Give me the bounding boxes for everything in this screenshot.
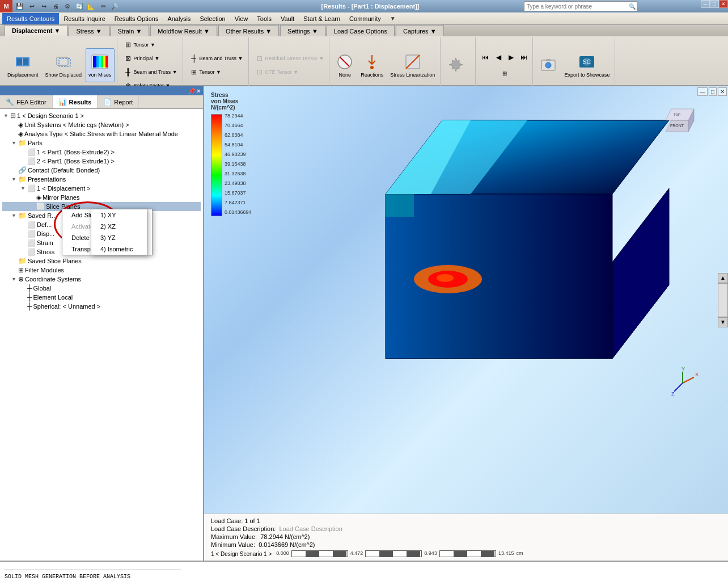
tree-item-coord-systems[interactable]: ▼ ⊕ Coordinate Systems <box>2 275 201 284</box>
menu-analysis[interactable]: Analysis <box>163 13 195 24</box>
btn-none[interactable]: None <box>333 48 357 82</box>
restore-viewport-btn[interactable]: □ <box>709 87 717 96</box>
btn-last-case[interactable]: ⏭ <box>518 50 530 64</box>
minimize-btn[interactable]: ─ <box>701 0 710 8</box>
tab-settings[interactable]: Settings ▼ <box>280 25 325 36</box>
expand-parts-icon[interactable]: ▼ <box>11 140 18 146</box>
tree-item-contact[interactable]: 🔗 Contact (Default: Bonded) <box>2 166 201 175</box>
expand-coord-icon[interactable]: ▼ <box>11 276 18 282</box>
btn-tensor[interactable]: ⊞ Tensor ▼ <box>121 39 180 51</box>
print-btn[interactable]: 🖨 <box>50 1 61 11</box>
btn-von-mises[interactable]: von Mises <box>86 48 115 82</box>
tab-moldflow[interactable]: Moldflow Result ▼ <box>150 25 217 36</box>
btn-tensor-strain[interactable]: ⊞ Tensor ▼ <box>187 66 246 78</box>
scroll-down-btn[interactable]: ▼ <box>718 317 728 327</box>
undo-btn[interactable]: ↩ <box>27 1 37 11</box>
tree-item-parts[interactable]: ▼ 📁 Parts <box>2 138 201 148</box>
tab-report[interactable]: 📄 Report <box>98 95 139 108</box>
menu-results-inquire[interactable]: Results Inquire <box>59 13 109 24</box>
btn-beam-truss-stress[interactable]: ╫ Beam and Truss ▼ <box>121 66 180 78</box>
sub-xy[interactable]: 1) XY <box>91 209 147 221</box>
sub-isometric[interactable]: 4) Isometric <box>91 243 147 255</box>
btn-deform-scale[interactable]: ⊞ <box>496 66 513 80</box>
panel-tabs: 🔧 FEA Editor 📊 Results 📄 Report <box>0 95 203 109</box>
panel-pin-btn[interactable]: 📌 <box>188 88 195 94</box>
minimize-viewport-btn[interactable]: — <box>697 87 708 96</box>
tree-item-part1-boss2[interactable]: ⬜ 1 < Part1 (Boss-Extrude2) > <box>2 148 201 157</box>
redo-btn[interactable]: ↪ <box>39 1 49 11</box>
btn-reactions[interactable]: Reactions <box>358 48 386 82</box>
tree-item-mirror-planes[interactable]: ◈ Mirror Planes <box>2 193 201 202</box>
tab-results[interactable]: 📊 Results <box>53 95 98 108</box>
tree-item-part1-boss1[interactable]: ⬜ 2 < Part1 (Boss-Extrude1) > <box>2 157 201 166</box>
tree-item-spherical[interactable]: ┼ Spherical: < Unnamed > <box>2 302 201 311</box>
btn-residual-stress[interactable]: ⊡ Residual Stress Tensor ▼ <box>252 52 327 65</box>
btn-first-case[interactable]: ⏮ <box>479 50 492 64</box>
menu-tools[interactable]: Tools <box>252 13 276 24</box>
btn-capture[interactable] <box>536 48 560 82</box>
none-icon <box>336 53 354 71</box>
scale-val-3: 54.8104 <box>225 142 252 148</box>
tree-item-analysis-type[interactable]: ◈ Analysis Type < Static Stress with Lin… <box>2 129 201 138</box>
btn-prev-case[interactable]: ◀ <box>493 50 504 64</box>
menu-community[interactable]: Community <box>345 13 386 24</box>
tab-strain[interactable]: Strain ▼ <box>111 25 150 36</box>
nav-cube[interactable]: FRONT TOP <box>654 98 700 143</box>
btn-next-case[interactable]: ▶ <box>505 50 517 64</box>
tree-item-saved-slice-planes[interactable]: 📁 Saved Slice Planes <box>2 256 201 266</box>
btn-cte-tensor[interactable]: ⊡ CTE Tensor ▼ <box>252 66 327 78</box>
expand-disp-icon[interactable]: ▼ <box>20 186 27 191</box>
menu-view[interactable]: View <box>230 13 253 24</box>
maximize-btn[interactable]: □ <box>710 0 719 8</box>
menu-start-learn[interactable]: Start & Learn <box>299 13 345 24</box>
tab-captures[interactable]: Captures ▼ <box>396 25 444 36</box>
tree-item-presentations[interactable]: ▼ 📁 Presentations <box>2 175 201 184</box>
menu-selection[interactable]: Selection <box>195 13 230 24</box>
search-box[interactable]: 🔍 <box>524 1 637 11</box>
btn-displacement[interactable]: Displacement <box>5 48 41 82</box>
sub-xz[interactable]: 2) XZ <box>91 221 147 232</box>
menu-results-contours[interactable]: Results Contours <box>2 13 59 24</box>
menu-vault[interactable]: Vault <box>276 13 299 24</box>
btn-stress-linearization[interactable]: Stress Linearization <box>387 48 438 82</box>
saved-slice-planes-icon: 📁 <box>18 257 27 265</box>
viewport[interactable]: — □ ✕ Stress von Mises N/(cm^2) 78.2944 … <box>204 86 728 513</box>
tab-fea-editor[interactable]: 🔧 FEA Editor <box>0 95 53 108</box>
captures-group-content: SC Export to Showcase <box>536 39 612 92</box>
sub-yz[interactable]: 3) YZ <box>91 232 147 243</box>
rebuild-btn[interactable]: 🔄 <box>74 1 84 11</box>
scroll-up-btn[interactable]: ▲ <box>718 273 728 283</box>
close-viewport-btn[interactable]: ✕ <box>718 87 727 96</box>
btn-settings[interactable] <box>444 48 468 82</box>
measure-btn[interactable]: 📐 <box>86 1 96 11</box>
btn-show-displaced[interactable]: Show Displaced <box>43 48 85 82</box>
reactions-icon <box>363 53 381 71</box>
tree-item-displacement1[interactable]: ▼ ⬜ 1 < Displacement > <box>2 184 201 193</box>
options-btn[interactable]: ⚙ <box>62 1 73 11</box>
tab-stress[interactable]: Stress ▼ <box>69 25 109 36</box>
viewport-scroll-btns: ▲ ▼ <box>718 273 728 327</box>
search-submit[interactable]: 🔍 <box>628 3 637 10</box>
tree-item-design-scenario[interactable]: ▼ ⊟ 1 < Design Scenario 1 > <box>2 111 201 120</box>
tree-item-element-local[interactable]: ┼ Element Local <box>2 293 201 302</box>
panel-close-btn[interactable]: ✕ <box>196 88 201 94</box>
tree-item-filter-modules[interactable]: ⊞ Filter Modules <box>2 266 201 275</box>
search-input[interactable] <box>524 3 628 10</box>
btn-beam-truss-strain[interactable]: ╫ Beam and Truss ▼ <box>187 52 246 65</box>
expand-presentations-icon[interactable]: ▼ <box>11 176 18 182</box>
tab-load-case[interactable]: Load Case Options <box>327 25 395 36</box>
expand-saved-icon[interactable]: ▼ <box>11 213 18 218</box>
sketch-btn[interactable]: ✏ <box>98 1 108 11</box>
save-btn[interactable]: 💾 <box>15 1 25 11</box>
tab-displacement[interactable]: Displacement ▼ <box>5 25 67 36</box>
close-btn[interactable]: ✕ <box>719 0 728 8</box>
tree-item-global[interactable]: ┼ Global <box>2 284 201 293</box>
search-icon[interactable]: 🔎 <box>110 1 120 11</box>
tab-other-results[interactable]: Other Results ▼ <box>218 25 279 36</box>
btn-export-showcase[interactable]: SC Export to Showcase <box>561 48 612 82</box>
tree-item-unit-systems[interactable]: ◈ Unit Systems < Metric cgs (Newton) > <box>2 120 201 129</box>
saved-results-icon: 📁 <box>18 212 27 220</box>
expand-icon[interactable]: ▼ <box>3 113 10 119</box>
btn-principal[interactable]: ⊠ Principal ▼ <box>121 52 180 65</box>
menu-results-options[interactable]: Results Options <box>110 13 163 24</box>
